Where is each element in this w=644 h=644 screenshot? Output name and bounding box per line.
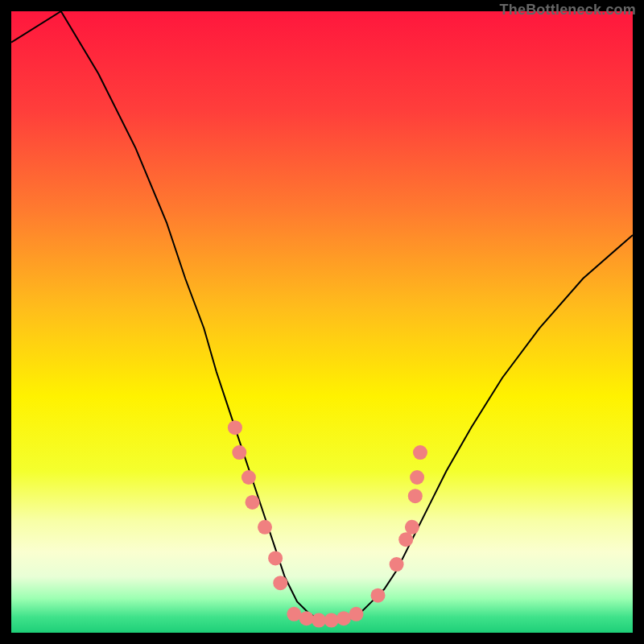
plot-area (11, 11, 633, 633)
sample-dot (299, 611, 314, 625)
sample-dot (242, 470, 256, 485)
sample-dot (408, 489, 423, 503)
sample-dot (410, 470, 424, 485)
watermark-text: TheBottleneck.com (500, 2, 636, 19)
sample-dot (349, 607, 364, 621)
sample-dot (228, 420, 242, 435)
sample-dot (371, 588, 386, 603)
sample-dot (336, 611, 351, 625)
sample-dot (390, 557, 404, 572)
sample-dot (232, 445, 246, 460)
sample-dot (246, 495, 260, 510)
bottleneck-chart (11, 11, 633, 633)
sample-dot (258, 520, 272, 535)
gradient-background (11, 11, 633, 633)
sample-dot (324, 613, 339, 628)
sample-dot (398, 532, 413, 547)
sample-dot (413, 445, 427, 460)
sample-dot (273, 576, 287, 590)
sample-dot (268, 551, 283, 565)
sample-dot (287, 607, 301, 621)
sample-dot (405, 520, 419, 535)
sample-dot (312, 613, 326, 628)
